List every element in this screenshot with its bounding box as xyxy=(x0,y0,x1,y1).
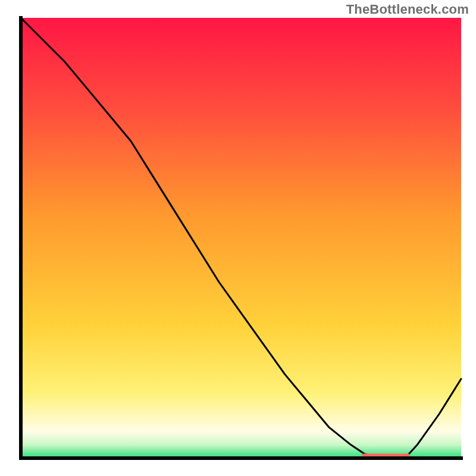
bottleneck-curve-chart xyxy=(0,0,476,476)
gradient-background xyxy=(21,18,461,458)
watermark-text: TheBottleneck.com xyxy=(346,2,469,17)
chart-container: TheBottleneck.com xyxy=(0,0,476,476)
plot-area xyxy=(21,18,461,458)
